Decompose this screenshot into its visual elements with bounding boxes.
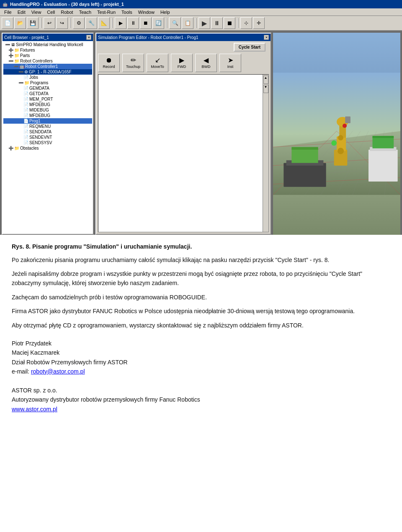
tree-item-programs[interactable]: ➖ 📁Programs [3,80,92,86]
menu-robot[interactable]: Robot [58,9,75,15]
footer-block: Piotr Przydatek Maciej Kaczmarek Dział R… [12,339,390,414]
fwd-icon: ▶ [179,57,184,64]
cycle-start-button[interactable]: Cycle Start [234,43,265,52]
toolbar-btn6[interactable]: ▶ [115,17,126,29]
touchup-button[interactable]: ✏ Touchup [122,54,144,72]
sim-editor-title: Simulation Program Editor - Robot Contro… [98,35,198,40]
content-area: Rys. 8. Pisanie programu "Simulation" i … [0,235,402,421]
tree-item-mfdebug2[interactable]: 📄MFDEBUG [3,113,92,118]
cell-browser-close[interactable]: ✕ [86,35,91,40]
toolbar-stop[interactable]: ⏹ [224,17,235,29]
toolbar-btn11[interactable]: 📋 [182,17,193,29]
expand-icon: ➖ [18,70,23,74]
toolbar-play[interactable]: ▶ [198,17,210,29]
expand-icon: ➖ [13,64,18,69]
menu-edit[interactable]: Edit [15,9,28,15]
sim-editor-content[interactable]: ▲ ▼ [98,74,269,232]
svg-point-36 [331,140,337,146]
tree-item-getdata[interactable]: 📄GETDATA [3,91,92,96]
svg-rect-23 [291,147,318,150]
toolbar-undo[interactable]: ↩ [44,17,55,29]
email-label: e-mail: [12,368,31,375]
toolbar-coord[interactable]: ⊹ [240,17,252,29]
paragraph-5: Aby otrzymać płytę CD z oprogramowaniem,… [12,321,390,330]
tree-item-robot-controllers[interactable]: ➖ 📁Robot Controllers [3,58,92,64]
record-label: Record [103,65,115,69]
toolbar-btn7[interactable]: ⏸ [127,17,139,29]
sim-editor-panel: Simulation Program Editor - Robot Contro… [95,33,271,235]
company-name: ASTOR sp. z o.o. [12,386,390,395]
toolbar-save[interactable]: 💾 [27,17,39,29]
tagline: Autoryzowany dystrybutor robotów przemys… [12,395,390,404]
tree-item-jobs[interactable]: 📄Jobs [3,75,92,80]
cell-browser-title: Cell Browser - projekt_1 [4,35,49,40]
tree-item-mfdebug1[interactable]: 📄MFDEBUG [3,102,92,107]
expand-icon: ➖ [5,42,10,47]
main-toolbar: 📄 📂 💾 ↩ ↪ ⚙ 🔧 📐 ▶ ⏸ ⏹ 🔄 🔍 📋 ▶ ⏸ ⏹ ⊹ ✛ [0,16,402,31]
tree-item-midebug[interactable]: 📄MIDEBUG [3,107,92,113]
tree-item-gp[interactable]: ➖ ⚙GP: 1 - R-2000iA/165F [3,69,92,75]
tree-item-mem-port[interactable]: 📄MEM_PORT [3,96,92,102]
paragraph-3: Zachęcam do samodzielnych prób i testów … [12,293,390,302]
toolbar-btn9[interactable]: 🔄 [152,17,164,29]
toolbar-btn3[interactable]: ⚙ [73,17,85,29]
section-heading: Rys. 8. Pisanie programu "Simulation" i … [12,242,390,252]
svg-rect-35 [373,136,394,138]
tree-item-prog1[interactable]: 📄Prog1 [3,118,92,124]
svg-rect-22 [291,148,318,163]
toolbar-pause[interactable]: ⏸ [211,17,223,29]
record-icon: ⏺ [106,57,112,64]
moveto-button[interactable]: ↙ MoveTo [147,54,168,72]
toolbar-axis[interactable]: ✛ [253,17,265,29]
tree-item-sendsysv[interactable]: 📄SENDSYSV [3,140,92,145]
menu-cell[interactable]: Cell [44,9,57,15]
toolbar-btn10[interactable]: 🔍 [169,17,181,29]
svg-point-28 [343,124,347,128]
cell-browser-tree[interactable]: ➖ 🖥SimPRO Material Handling Workcell ➕ 📁… [3,41,93,234]
menu-testrun[interactable]: Test-Run [95,9,118,15]
app-window: 🤖 HandlingPRO - Evaluation - (30 days le… [0,0,402,235]
toolbar-open[interactable]: 📂 [14,17,26,29]
tree-item-reqmenu[interactable]: 📄REQMENU [3,124,92,129]
paragraph-2: Jeżeli napisaliśmy dobrze program i wszy… [12,270,390,288]
toolbar-new[interactable]: 📄 [2,17,13,29]
tree-item-obstacles[interactable]: ➕ 📁Obstacles [3,145,92,151]
menu-help[interactable]: Help [158,9,173,15]
tree-item-parts[interactable]: ➕ 📁Parts [3,53,92,58]
3d-scene [273,33,400,235]
tree-item-sendevnt[interactable]: 📄SENDEVNT [3,135,92,140]
menu-teach[interactable]: Teach [77,9,94,15]
tree-item-fixtures[interactable]: ➕ 📁Fixtures [3,47,92,53]
viewport-3d[interactable] [273,33,400,235]
website-line: www.astor.com.pl [12,405,390,414]
tree-item-senddata[interactable]: 📄SENDDATA [3,129,92,135]
svg-rect-20 [283,163,326,187]
menu-window[interactable]: Window [136,9,157,15]
toolbar-btn4[interactable]: 🔧 [85,17,97,29]
fwd-button[interactable]: ▶ FWD [171,54,193,72]
tree-item-workcell[interactable]: ➖ 🖥SimPRO Material Handling Workcell [3,42,92,47]
author1: Piotr Przydatek [12,339,390,348]
email-link[interactable]: roboty@astor.com.pl [31,368,85,375]
moveto-icon: ↙ [155,57,160,64]
website-link[interactable]: www.astor.com.pl [12,406,57,413]
menu-file[interactable]: File [2,9,14,15]
toolbar-btn5[interactable]: 📐 [98,17,110,29]
toolbar-redo[interactable]: ↪ [56,17,68,29]
toolbar-sep4 [166,18,167,28]
sim-editor-close[interactable]: ✕ [264,35,269,40]
toolbar-sep3 [112,18,113,28]
tree-item-robot-controller1[interactable]: ➖ 🤖Robot Controller1 [3,64,92,69]
menu-view[interactable]: View [29,9,44,15]
toolbar-sep2 [70,18,71,28]
tree-item-gemdata[interactable]: 📄GEMDATA [3,86,92,91]
workspace: Cell Browser - projekt_1 ✕ ➖ 🖥SimPRO Mat… [0,31,402,235]
menu-bar: File Edit View Cell Robot Teach Test-Run… [0,8,402,16]
author2: Maciej Kaczmarek [12,348,390,357]
menu-tools[interactable]: Tools [119,9,135,15]
toolbar-btn8[interactable]: ⏹ [140,17,152,29]
record-button[interactable]: ⏺ Record [98,54,120,72]
inst-button[interactable]: ➤ Inst [219,54,241,72]
bwd-button[interactable]: ◀ BWD [195,54,217,72]
toolbar-sep5 [196,18,196,28]
